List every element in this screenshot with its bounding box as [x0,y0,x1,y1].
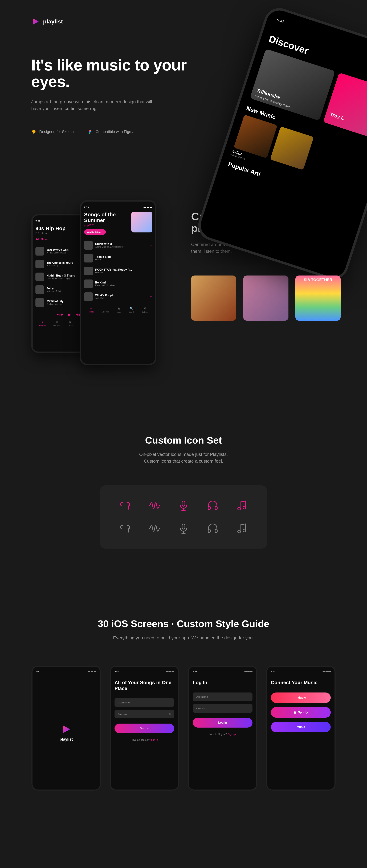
tab-label: Listen [117,311,121,313]
album-caption: SIA TOGETHER [295,278,341,282]
brand-name: playlist [60,737,73,742]
add-song-icon[interactable]: + [150,256,152,260]
svg-point-11 [238,507,241,510]
play-icon[interactable]: ▶ [68,312,71,317]
add-song-icon[interactable]: + [150,243,152,248]
submit-button[interactable]: Button [114,723,174,733]
album-thumbnail: SIA TOGETHER [295,276,341,321]
spotify-icon: ◉ [294,711,296,714]
phone-time: 9:41 [35,219,40,222]
album-art [270,126,314,170]
signup-link[interactable]: Sign up [227,733,236,736]
tool-figma-label: Compatible with Figma [95,129,135,134]
apple-music-button[interactable]: Music [271,692,331,703]
tab-icon: ≡ [90,307,92,310]
username-field[interactable]: Username [114,698,174,707]
tab-label: Discover [53,324,60,327]
svg-point-16 [238,530,241,533]
song-title: Toosie Slide [95,255,147,258]
add-song-icon[interactable]: + [150,269,152,273]
eye-icon[interactable]: 👁 [169,713,171,716]
song-art [84,241,93,250]
screen-connect: 9:41▬ ▬ ▬ Connect Your Music Music ◉Spot… [266,665,336,790]
add-to-library-button[interactable]: Add to Library [84,229,106,235]
password-field[interactable]: Password👁 [114,710,174,718]
svg-point-0 [89,130,90,131]
svg-point-3 [90,131,91,132]
song-title: Stuck with U [95,243,147,246]
tab-icon: ◉ [117,307,120,310]
tab-settings[interactable]: ⚙Settings [142,307,148,313]
tab-label: Search [129,311,135,313]
song-row[interactable]: Toosie Slide Drake + [84,252,152,265]
tab-playlists[interactable]: ≡Playlists [39,320,46,327]
music-note-icon [236,499,248,512]
song-row[interactable]: ROCKSTAR (feat Roddy R... DaBaby + [84,265,152,277]
password-field[interactable]: Password👁 [193,704,253,713]
icon-section-title: Custom Icon Set [31,435,336,446]
svg-rect-9 [208,506,210,510]
tool-sketch-label: Designed for Sketch [39,129,74,134]
svg-rect-15 [215,529,217,533]
screen-title: Connect Your Music [271,680,331,686]
song-artist: Marshmello & Halsey [95,284,147,287]
figma-icon [88,129,92,134]
status-icons: ▬ ▬ ▬ [144,205,152,208]
song-row[interactable]: Stuck with U Ariana Grande & Justin Bieb… [84,239,152,252]
play-logo-icon [61,724,71,734]
prev-icon[interactable]: ⏮⏮ [56,312,63,317]
song-art [84,254,93,262]
status-icons: ▬ ▬ ▬ [323,670,331,673]
playlist-cover [131,212,152,232]
screens-title: 30 iOS Screens · Custom Style Guide [31,618,336,629]
song-artist: Ariana Grande & Justin Bieber [95,246,147,248]
tab-playlists[interactable]: ≡Playlists [88,307,94,313]
screen-signup: 9:41▬ ▬ ▬ All of Your Songs in One Place… [110,665,179,790]
eye-icon[interactable]: 👁 [247,707,249,710]
username-field[interactable]: Username [193,692,253,701]
amazon-music-button[interactable]: music [271,722,331,732]
login-link[interactable]: Log In [151,739,158,741]
song-art [35,247,44,255]
song-row[interactable]: Be Kind Marshmello & Halsey + [84,277,152,290]
tab-label: Settings [142,311,148,313]
status-icons: ▬ ▬ ▬ [245,670,253,673]
icon-panel [100,485,267,549]
headphones-icon [206,522,219,535]
soundwave-icon [148,499,161,512]
tab-search[interactable]: 🔍Search [129,307,135,313]
svg-point-12 [243,506,246,509]
tab-listen[interactable]: ◉Listen [117,307,121,313]
phone-time: 9:41 [84,205,89,208]
account-footer: Have an account? Log In [114,739,174,741]
login-button[interactable]: Log In [193,718,253,727]
airpods-icon [119,522,131,535]
song-row[interactable]: What's Poppin Jack Harlo + [84,290,152,303]
tab-discover[interactable]: ♫Discover [53,320,60,327]
tab-discover[interactable]: ♫Discover [102,307,109,313]
song-art [35,273,44,281]
song-art [84,292,93,301]
soundwave-icon [148,522,161,535]
tool-sketch: Designed for Sketch [31,129,74,134]
tab-label: Playlists [39,324,46,327]
status-icons: ▬ ▬ ▬ [88,670,96,673]
add-song-icon[interactable]: + [150,294,152,299]
hero-subtitle: Jumpstart the groove with this clean, mo… [31,98,153,112]
song-title: Be Kind [95,281,147,284]
screen-title: All of Your Songs in One Place [114,680,174,691]
add-song-icon[interactable]: + [150,282,152,286]
tab-listen[interactable]: ◉Listen [68,320,73,327]
tab-icon: ≡ [41,320,44,324]
tab-icon: ♫ [104,307,107,310]
song-artist: DaBaby [95,271,147,274]
screens-body: Everything you need to build your app. W… [31,634,336,641]
tab-label: Playlists [88,311,94,313]
screen-login: 9:41▬ ▬ ▬ Log In Username Password👁 Log … [188,665,257,790]
song-art [84,267,93,275]
song-title: What's Poppin [95,294,147,297]
song-artist: Jack Harlo [95,297,147,300]
spotify-button[interactable]: ◉Spotify [271,707,331,718]
svg-rect-13 [182,524,185,529]
svg-point-17 [243,529,246,532]
